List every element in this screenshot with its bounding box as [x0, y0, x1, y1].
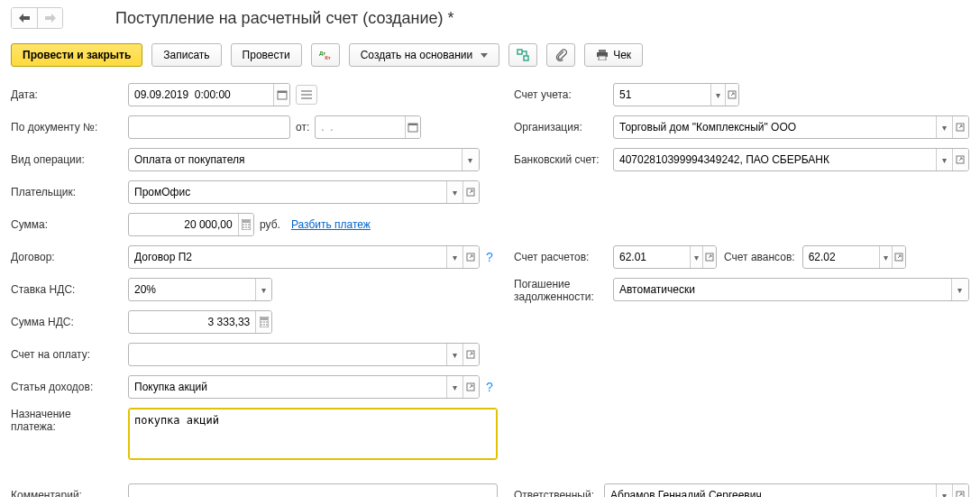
- open-icon[interactable]: [463, 376, 479, 398]
- debtrep-input[interactable]: [614, 279, 951, 300]
- date-field[interactable]: [128, 83, 290, 106]
- dropdown-icon[interactable]: ▾: [446, 344, 463, 365]
- invoice-label: Счет на оплату:: [11, 348, 128, 361]
- debit-credit-icon: ДтКт: [319, 49, 332, 61]
- comment-input[interactable]: [129, 484, 497, 497]
- calculator-icon[interactable]: [238, 214, 253, 235]
- open-icon[interactable]: [952, 484, 968, 497]
- arrow-left-icon: [19, 14, 30, 23]
- svg-rect-13: [408, 124, 417, 125]
- svg-point-19: [248, 224, 250, 225]
- date-extra-button[interactable]: [296, 85, 317, 105]
- split-payment-link[interactable]: Разбить платеж: [291, 218, 371, 231]
- open-icon[interactable]: [463, 181, 479, 203]
- contract-input[interactable]: [129, 246, 446, 268]
- dropdown-icon[interactable]: ▾: [936, 149, 952, 170]
- dropdown-icon[interactable]: ▾: [879, 246, 893, 268]
- optype-field[interactable]: ▾: [128, 148, 480, 171]
- dropdown-icon[interactable]: ▾: [255, 279, 271, 300]
- income-field[interactable]: ▾: [128, 375, 480, 399]
- svg-point-31: [266, 324, 268, 326]
- svg-point-21: [245, 226, 247, 228]
- invoice-input[interactable]: [129, 344, 446, 365]
- payer-input[interactable]: [129, 181, 446, 203]
- calculator-icon[interactable]: [255, 311, 271, 333]
- dropdown-icon[interactable]: ▾: [690, 246, 703, 268]
- contract-label: Договор:: [11, 251, 128, 263]
- caret-down-icon: [481, 53, 488, 58]
- dropdown-icon[interactable]: ▾: [936, 484, 952, 497]
- contract-field[interactable]: ▾: [128, 245, 480, 269]
- vatsum-input[interactable]: [129, 311, 255, 333]
- attachment-button[interactable]: [546, 43, 575, 67]
- dropdown-icon[interactable]: ▾: [951, 279, 968, 300]
- save-button[interactable]: Записать: [151, 43, 221, 67]
- dropdown-icon[interactable]: ▾: [462, 149, 479, 170]
- optype-input[interactable]: [129, 149, 462, 170]
- debtrep-label: Погашение задолженности:: [514, 278, 613, 303]
- calendar-icon[interactable]: [405, 116, 420, 138]
- date-input[interactable]: [129, 84, 273, 106]
- post-and-close-button[interactable]: Провести и закрыть: [11, 43, 142, 67]
- vatrate-input[interactable]: [129, 279, 255, 300]
- docdate-field[interactable]: [315, 115, 421, 139]
- help-icon[interactable]: ?: [483, 380, 496, 394]
- open-icon[interactable]: [952, 149, 968, 170]
- dropdown-icon[interactable]: ▾: [446, 376, 463, 398]
- debit-credit-button[interactable]: ДтКт: [311, 43, 340, 67]
- svg-point-22: [248, 226, 250, 228]
- income-label: Статья доходов:: [11, 381, 128, 393]
- sum-input[interactable]: [129, 214, 238, 235]
- payer-field[interactable]: ▾: [128, 180, 480, 204]
- forward-button[interactable]: [37, 8, 62, 28]
- org-input[interactable]: [614, 116, 936, 138]
- open-icon[interactable]: [725, 84, 738, 106]
- vatsum-field[interactable]: [128, 310, 272, 334]
- dropdown-icon[interactable]: ▾: [446, 181, 463, 203]
- docno-input[interactable]: [129, 116, 289, 138]
- account-input[interactable]: [614, 84, 710, 106]
- dropdown-icon[interactable]: ▾: [446, 246, 463, 268]
- vatrate-field[interactable]: ▾: [128, 278, 272, 301]
- purpose-textarea[interactable]: [128, 408, 498, 460]
- settleacct-field[interactable]: ▾: [613, 245, 717, 269]
- debtrep-field[interactable]: ▾: [613, 278, 969, 301]
- open-icon[interactable]: [702, 246, 716, 268]
- comment-field[interactable]: [128, 483, 498, 497]
- create-based-on-button[interactable]: Создать на основании: [349, 43, 500, 67]
- svg-point-17: [243, 224, 244, 225]
- open-icon[interactable]: [892, 246, 905, 268]
- bankacct-input[interactable]: [614, 149, 936, 170]
- income-input[interactable]: [129, 376, 446, 398]
- advacct-field[interactable]: ▾: [802, 245, 906, 269]
- settleacct-input[interactable]: [614, 246, 690, 268]
- help-icon[interactable]: ?: [483, 250, 496, 264]
- nav-btns: [11, 7, 63, 29]
- open-icon[interactable]: [463, 246, 479, 268]
- sum-field[interactable]: [128, 213, 254, 236]
- invoice-field[interactable]: ▾: [128, 343, 480, 366]
- account-label: Счет учета:: [514, 88, 613, 101]
- org-field[interactable]: ▾: [613, 115, 969, 139]
- svg-rect-39: [957, 492, 964, 497]
- responsible-input[interactable]: [605, 484, 936, 497]
- comment-label: Комментарий:: [11, 489, 128, 497]
- responsible-field[interactable]: ▾: [604, 483, 969, 497]
- open-icon[interactable]: [952, 116, 968, 138]
- ot-label: от:: [296, 121, 309, 133]
- bankacct-field[interactable]: ▾: [613, 148, 969, 171]
- post-button[interactable]: Провести: [231, 43, 302, 67]
- open-icon[interactable]: [463, 344, 479, 365]
- docdate-input[interactable]: [316, 116, 405, 138]
- docno-field[interactable]: [128, 115, 290, 139]
- back-button[interactable]: [12, 8, 37, 28]
- cheque-button[interactable]: Чек: [584, 43, 643, 67]
- account-field[interactable]: ▾: [613, 83, 739, 106]
- page-title: Поступление на расчетный счет (создание)…: [115, 9, 454, 28]
- calendar-icon[interactable]: [273, 84, 289, 106]
- svg-rect-6: [599, 56, 606, 60]
- advacct-input[interactable]: [803, 246, 879, 268]
- dropdown-icon[interactable]: ▾: [710, 84, 724, 106]
- structure-button[interactable]: [508, 43, 537, 67]
- dropdown-icon[interactable]: ▾: [936, 116, 952, 138]
